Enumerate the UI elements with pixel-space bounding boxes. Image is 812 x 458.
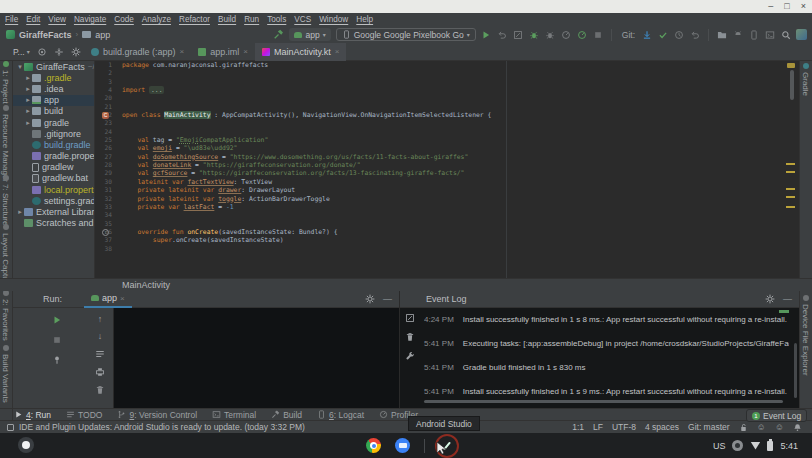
code-line-3[interactable]: 3 [95, 78, 799, 86]
menu-item-edit[interactable]: Edit [26, 15, 40, 24]
run-tab-app[interactable]: app × [84, 291, 132, 308]
code-line-37[interactable]: 37 super.onCreate(savedInstanceState) [95, 236, 799, 244]
tree-item-gradlew-bat[interactable]: gradlew.bat [13, 173, 94, 184]
project-structure-icon[interactable] [717, 30, 727, 40]
restore-window-icon[interactable]: □ [784, 2, 789, 11]
breadcrumb-module[interactable]: app [95, 30, 110, 40]
make-project-hammer-icon[interactable] [273, 29, 284, 40]
settings-gear-icon[interactable] [71, 47, 81, 57]
highlighting-level-icon[interactable]: ☺ [757, 423, 766, 432]
device-select[interactable]: Google Google Pixelbook Go ▾ [336, 28, 476, 41]
tree-item-app[interactable]: ▸app [13, 95, 94, 106]
wifi-icon[interactable] [750, 442, 760, 450]
tree-item-gradle[interactable]: ▸.gradle [13, 72, 94, 83]
mark-read-icon[interactable] [405, 313, 415, 323]
code-line-20[interactable]: 20 [95, 94, 799, 102]
toolwindow-button-terminal[interactable]: Terminal [212, 410, 256, 420]
close-icon[interactable]: × [335, 47, 340, 56]
tool-stripe-button-gradle[interactable]: Gradle [801, 63, 810, 96]
down-stacktrace-icon[interactable]: ↓ [98, 332, 103, 341]
code-line-28[interactable]: 28 val donateLink = "https://giraffecons… [95, 161, 799, 169]
tree-item-idea[interactable]: ▸.idea [13, 83, 94, 94]
log-entry[interactable]: 5:41 PMInstall successfully finished in … [424, 387, 789, 396]
menu-item-navigate[interactable]: Navigate [74, 15, 106, 24]
notifications-icon[interactable] [793, 423, 802, 432]
lock-icon[interactable] [739, 423, 748, 432]
code-line-36[interactable]: 36↑ override fun onCreate(savedInstanceS… [95, 228, 799, 236]
class-gutter-icon[interactable]: C [102, 112, 109, 119]
event-log-body[interactable]: 4:24 PMInstall successfully finished in … [400, 308, 799, 408]
tree-item-build-gradle[interactable]: build.gradle [13, 139, 94, 150]
close-icon[interactable]: × [120, 294, 125, 303]
settings-gear-icon[interactable] [365, 294, 375, 304]
stop-icon[interactable] [593, 30, 603, 40]
log-entry[interactable]: 5:41 PMGradle build finished in 1 s 830 … [424, 363, 789, 372]
tree-item-gradle[interactable]: ▸gradle [13, 117, 94, 128]
code-line-35[interactable]: 35 [95, 220, 799, 228]
tree-item-scratches-and-consoles[interactable]: Scratches and Consoles [13, 218, 94, 229]
log-entry[interactable]: 5:41 PMExecuting tasks: [:app:assembleDe… [424, 339, 789, 348]
code-line-1[interactable]: 1package com.naranjaconsal.giraffefacts [95, 61, 799, 69]
tool-stripe-button-1-project[interactable]: 1: Project [1, 61, 10, 104]
tree-item-build[interactable]: ▸build [13, 106, 94, 117]
menu-item-file[interactable]: File [5, 15, 18, 24]
code-editor[interactable]: 1package com.naranjaconsal.giraffefacts2… [95, 61, 799, 278]
toolwindow-button-4-run[interactable]: 4: Run [14, 410, 51, 420]
tree-item-settings-gradle[interactable]: settings.gradle [13, 195, 94, 206]
profiler-gauge-icon[interactable] [561, 30, 571, 40]
tab-app-iml[interactable]: app.iml× [191, 43, 255, 61]
close-icon[interactable]: × [243, 47, 248, 56]
code-line-30[interactable]: 30 lateinit var factTextView: TextView [95, 178, 799, 186]
debug-icon[interactable] [529, 30, 539, 40]
gradle-status-icon[interactable]: ☺ [775, 423, 784, 432]
log-settings-icon[interactable] [405, 351, 415, 361]
clear-log-icon[interactable] [405, 332, 415, 342]
minimize-window-icon[interactable]: – [768, 2, 773, 11]
expander-icon[interactable]: ▾ [16, 63, 24, 71]
expander-icon[interactable]: ▸ [24, 119, 32, 127]
hide-panel-icon[interactable]: — [383, 295, 392, 304]
menu-item-analyze[interactable]: Analyze [142, 15, 171, 24]
locate-file-icon[interactable] [37, 47, 47, 57]
editor-scrollbar[interactable] [790, 70, 794, 100]
status-git[interactable]: Git: master [688, 422, 730, 432]
code-line-34[interactable]: 34 [95, 211, 799, 219]
expander-icon[interactable]: ▸ [24, 74, 32, 82]
coverage-icon[interactable] [513, 30, 523, 40]
expander-icon[interactable]: ▸ [24, 96, 32, 104]
expander-icon[interactable]: ▸ [24, 107, 32, 115]
toolwindow-button-9-version-control[interactable]: 9: Version Control [117, 410, 197, 420]
code-line-24[interactable]: 24 [95, 128, 799, 136]
menu-item-run[interactable]: Run [244, 15, 259, 24]
files-app-icon[interactable] [395, 438, 410, 453]
override-gutter-icon[interactable]: ↑ [102, 229, 109, 236]
keyboard-layout[interactable]: US [713, 441, 726, 451]
status-lf[interactable]: LF [593, 422, 603, 432]
code-line-33[interactable]: 33 private var lastFact = -1 [95, 203, 799, 211]
pin-icon[interactable] [52, 355, 62, 365]
avd-manager-icon[interactable] [749, 30, 759, 40]
tool-stripe-button-2-favorites[interactable]: 2: Favorites [1, 290, 10, 341]
code-line-32[interactable]: 32 private lateinit var toggle: ActionBa… [95, 195, 799, 203]
avatar[interactable] [796, 29, 807, 40]
breadcrumb-class[interactable]: MainActivity [122, 280, 170, 290]
tree-item-local-properties[interactable]: local.properties [13, 184, 94, 195]
tab-build-gradle-app[interactable]: build.gradle (:app)× [84, 43, 191, 61]
android-profiler-icon[interactable] [577, 30, 587, 40]
menu-item-refactor[interactable]: Refactor [179, 15, 210, 24]
toolwindow-button-build[interactable]: Build [271, 410, 302, 420]
menu-item-view[interactable]: View [48, 15, 66, 24]
apply-changes-icon[interactable] [497, 30, 507, 40]
tab-mainactivity-kt[interactable]: MainActivity.kt× [255, 43, 347, 61]
event-log-horizontal-scrollbar[interactable] [424, 400, 783, 403]
close-window-icon[interactable]: × [801, 2, 806, 11]
breadcrumb-project[interactable]: GiraffeFacts [19, 30, 72, 40]
sdk-manager-icon[interactable] [733, 30, 743, 40]
status-utf-8[interactable]: UTF-8 [612, 422, 636, 432]
account-icon[interactable] [732, 440, 743, 451]
inspection-indicator[interactable] [787, 63, 795, 68]
tree-item-gradlew[interactable]: gradlew [13, 162, 94, 173]
clear-console-icon[interactable] [95, 385, 105, 395]
up-stacktrace-icon[interactable]: ↑ [98, 315, 103, 324]
event-log-badge[interactable]: 1 Event Log [746, 409, 807, 422]
